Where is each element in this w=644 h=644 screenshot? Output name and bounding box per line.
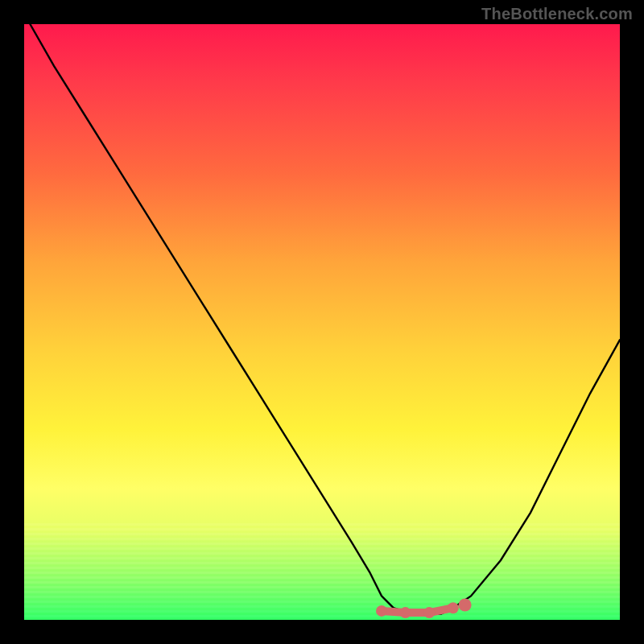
valley-range-line: [382, 608, 453, 613]
valley-range-mid1: [400, 607, 411, 618]
valley-range-right: [448, 602, 459, 613]
valley-dot: [459, 599, 472, 612]
plot-area: [24, 24, 620, 620]
valley-markers: [376, 599, 472, 619]
valley-range-mid2: [423, 607, 435, 618]
watermark-text: TheBottleneck.com: [481, 5, 633, 23]
curve-svg: [24, 24, 620, 620]
valley-range-left: [376, 605, 387, 617]
gradient-banding: [24, 523, 620, 620]
bottleneck-curve: [30, 24, 620, 614]
chart-frame: TheBottleneck.com: [0, 0, 644, 644]
